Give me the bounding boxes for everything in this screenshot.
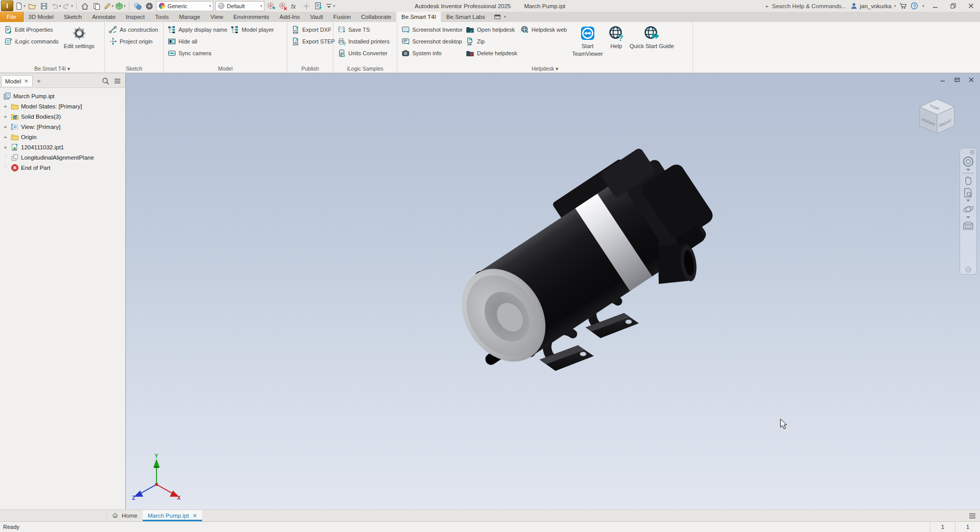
tree-item-1204111032-ipt1[interactable]: +1204111032.ipt1: [0, 142, 125, 152]
chevron-down-icon[interactable]: [966, 169, 970, 171]
doc-restore-icon[interactable]: [952, 76, 962, 83]
ribbon-tab-fusion[interactable]: Fusion: [328, 12, 357, 22]
export-dxf-button[interactable]: DXFExport DXF: [291, 24, 338, 35]
qat-more-button[interactable]: ▾: [324, 1, 336, 11]
units-converter-button[interactable]: Units Converter: [337, 47, 392, 59]
ribbon-tab-inspect[interactable]: Inspect: [121, 12, 150, 22]
appearance-select[interactable]: Default ▾: [215, 1, 264, 11]
navbar-menu-icon[interactable]: [965, 267, 971, 273]
screenshot-inventor-button[interactable]: Screenshot Inventor: [400, 24, 465, 35]
chevron-down-icon[interactable]: [966, 199, 970, 202]
parameters-fx-button[interactable]: fx: [289, 1, 300, 11]
ribbon-tab-add-ins[interactable]: Add-Ins: [275, 12, 305, 22]
help-menu-icon[interactable]: ?: [910, 2, 918, 10]
open-helpdesk-button[interactable]: Open helpdesk: [465, 24, 520, 35]
quick-start-button[interactable]: Quick Start Guide: [627, 24, 677, 62]
tree-item-model-states-primary-[interactable]: +Model States: [Primary]: [0, 101, 125, 112]
ribbon-tab-manage[interactable]: Manage: [174, 12, 206, 22]
ribbon-tab-view[interactable]: View: [205, 12, 228, 22]
ribbon-tab-sketch[interactable]: Sketch: [59, 12, 87, 22]
ribbon-tab-3d-model[interactable]: 3D Model: [24, 12, 59, 22]
tree-item-end-of-part[interactable]: End of Part: [0, 163, 125, 173]
bom-document-button[interactable]: [313, 1, 324, 11]
expand-icon[interactable]: +: [2, 124, 9, 130]
pane-arrow-icon[interactable]: ▸: [766, 4, 769, 9]
ribbon-tab-vault[interactable]: Vault: [305, 12, 328, 22]
copy-pages-button[interactable]: [91, 1, 102, 11]
navigation-wheel-icon[interactable]: [962, 156, 974, 168]
orbit-icon[interactable]: [962, 203, 974, 215]
save-button[interactable]: [38, 1, 50, 11]
navbar-close-icon[interactable]: [962, 150, 975, 154]
ribbon-tab-annotate[interactable]: Annotate: [87, 12, 121, 22]
home-button[interactable]: [79, 1, 91, 11]
project-origin-button[interactable]: Project origin: [108, 35, 161, 47]
tree-item-origin[interactable]: +Origin: [0, 132, 125, 142]
ribbon-tab-file[interactable]: File: [0, 12, 24, 22]
helpdesk-web-button[interactable]: Helpdesk web: [520, 24, 569, 35]
help-globe-button[interactable]: ?Help: [606, 24, 627, 62]
look-at-icon[interactable]: [962, 220, 974, 231]
redo-button[interactable]: ▾: [62, 1, 74, 11]
edit-settings-gear-button[interactable]: Edit settings: [61, 24, 97, 62]
undo-button[interactable]: ▾: [50, 1, 62, 11]
ribbon-tab-be-smart-labs[interactable]: Be.Smart Labs: [441, 12, 490, 22]
open-folder-button[interactable]: [27, 1, 38, 11]
expand-icon[interactable]: +: [2, 114, 9, 120]
save-ts-button[interactable]: Save TS: [337, 24, 392, 35]
search-icon[interactable]: [102, 77, 109, 85]
pump-3d-model[interactable]: [126, 73, 980, 509]
appearance-add-button[interactable]: [265, 1, 277, 11]
ribbon-tab-environments[interactable]: Environments: [228, 12, 274, 22]
window-restore-button[interactable]: [946, 1, 960, 11]
measure-plus-button[interactable]: [301, 1, 312, 11]
zoom-icon[interactable]: [963, 187, 974, 198]
viewcube[interactable]: TOP FRONT RIGHT: [914, 95, 961, 138]
tree-item-longitudinalalignmentplane[interactable]: LongitudinalAlignmentPlane: [0, 152, 125, 163]
doc-close-icon[interactable]: [967, 76, 976, 83]
export-step-button[interactable]: STPExport STEP: [291, 35, 338, 47]
tab-home[interactable]: Home: [107, 510, 143, 521]
expand-icon[interactable]: +: [2, 144, 9, 150]
material-select[interactable]: Generic ▾: [156, 1, 213, 11]
sync-camera-button[interactable]: Sync camera: [167, 47, 230, 59]
search-input[interactable]: Search Help & Commands...: [772, 3, 847, 9]
material-cube-button[interactable]: ▾: [115, 1, 126, 11]
ribbon-tab-be-smart-t4i[interactable]: Be.Smart T4I: [396, 12, 441, 22]
expand-icon[interactable]: +: [2, 134, 9, 140]
tree-item-march-pump-ipt[interactable]: March Pump.ipt: [0, 91, 125, 101]
hamburger-menu-icon[interactable]: [114, 77, 121, 85]
model-player-button[interactable]: Model player: [230, 24, 276, 35]
doc-minimize-icon[interactable]: [938, 76, 947, 83]
render-wheel-button[interactable]: [144, 1, 155, 11]
inventor-app-icon[interactable]: I: [1, 1, 13, 11]
add-browser-tab-button[interactable]: +: [34, 77, 44, 85]
system-info-button[interactable]: System info: [400, 47, 465, 59]
appearance-spheres-button[interactable]: [132, 1, 143, 11]
viewport-3d[interactable]: TOP FRONT RIGHT: [126, 73, 980, 509]
tree-item-solid-bodies-3-[interactable]: +Solid Bodies(3): [0, 112, 125, 122]
ribbon-display-toggle[interactable]: ▾: [490, 12, 510, 22]
appearance-clear-button[interactable]: [277, 1, 288, 11]
browser-tab-model[interactable]: Model ✕: [1, 75, 33, 86]
tab-march-pump[interactable]: March Pump.ipt ✕: [143, 510, 203, 521]
installed-printers-button[interactable]: ?Installed printers: [337, 35, 392, 47]
new-document-button[interactable]: ▾: [14, 1, 26, 11]
ilogic-commands-button[interactable]: iLogic commands: [3, 35, 61, 47]
store-cart-icon[interactable]: [899, 2, 907, 10]
ribbon-tab-collaborate[interactable]: Collaborate: [356, 12, 396, 22]
delete-helpdesk-button[interactable]: Delete helpdesk: [465, 47, 520, 59]
as-construction-button[interactable]: As construction: [108, 24, 161, 35]
window-minimize-button[interactable]: [928, 1, 942, 11]
tab-list-menu-icon[interactable]: [969, 513, 976, 519]
edit-iproperties-button[interactable]: Edit iProperties: [3, 24, 61, 35]
teamviewer-button[interactable]: StartTeamViewer: [569, 24, 605, 62]
zip-button[interactable]: ZIPZip: [465, 35, 520, 47]
panel-label[interactable]: Be.Smart T4I ▾: [0, 65, 104, 72]
window-close-button[interactable]: [964, 1, 978, 11]
account-menu[interactable]: jan_vokurka ▾: [850, 2, 896, 10]
apply-display-name-button[interactable]: Apply display name: [167, 24, 230, 35]
close-icon[interactable]: ✕: [192, 513, 197, 519]
screenshot-desktop-button[interactable]: Screenshot desktop: [400, 35, 465, 47]
close-icon[interactable]: ✕: [24, 78, 28, 84]
